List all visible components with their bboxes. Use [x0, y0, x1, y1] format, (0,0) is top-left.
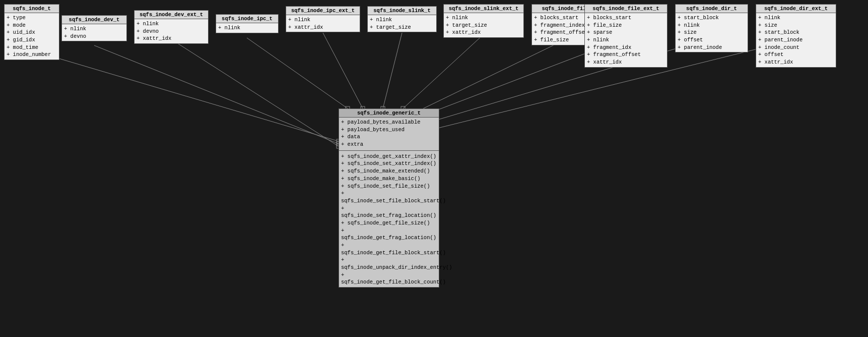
box-fields-sqfs_inode_generic_t: + payload_bytes_available+ payload_bytes… [339, 118, 439, 149]
box-title-sqfs_inode_ipc_ext_t: sqfs_inode_ipc_ext_t [286, 7, 360, 15]
field-item: + inode_count [758, 44, 834, 51]
box-title-sqfs_inode_dev_t: sqfs_inode_dev_t [62, 16, 126, 24]
box-title-sqfs_inode_t: sqfs_inode_t [5, 5, 59, 13]
method-item: + sqfs_inode_set_frag_location() [341, 205, 437, 219]
field-item: + xattr_idx [288, 24, 358, 31]
field-item: + fragment_idx [587, 44, 665, 51]
field-item: + xattr_idx [137, 35, 206, 42]
field-item: + uid_idx [7, 29, 57, 36]
field-item: + nlink [218, 24, 276, 32]
field-item: + target_size [370, 24, 434, 31]
method-item: + sqfs_inode_unpack_dir_index_entry() [341, 256, 437, 271]
diagram-container: sqfs_inode_t+ type+ mode+ uid_idx+ gid_i… [0, 0, 868, 337]
field-item: + start_block [678, 14, 746, 22]
field-item: + nlink [370, 16, 434, 24]
method-item: + sqfs_inode_get_file_block_start() [341, 242, 437, 256]
uml-box-sqfs_inode_ipc_ext_t: sqfs_inode_ipc_ext_t+ nlink+ xattr_idx [286, 6, 360, 32]
field-item: + size [758, 22, 834, 29]
box-fields-sqfs_inode_dev_t: + nlink+ devno [62, 24, 126, 41]
field-item: + nlink [288, 16, 358, 24]
field-item: + extra [341, 141, 437, 148]
field-item: + nlink [64, 25, 124, 33]
field-item: + type [7, 14, 57, 22]
field-item: + nlink [678, 22, 746, 29]
svg-line-0 [32, 50, 339, 141]
field-item: + devno [64, 33, 124, 40]
field-item: + inode_number [7, 51, 57, 59]
method-item: + sqfs_inode_get_xattr_index() [341, 153, 437, 160]
field-item: + mod_time [7, 44, 57, 51]
uml-box-sqfs_inode_t: sqfs_inode_t+ type+ mode+ uid_idx+ gid_i… [4, 4, 59, 60]
method-item: + sqfs_inode_set_file_size() [341, 183, 437, 190]
uml-box-sqfs_inode_dev_ext_t: sqfs_inode_dev_ext_t+ nlink+ devno+ xatt… [134, 10, 209, 44]
field-item: + size [678, 29, 746, 36]
field-item: + file_size [587, 22, 665, 29]
field-item: + data [341, 133, 437, 141]
svg-line-6 [247, 38, 348, 108]
svg-line-18 [433, 38, 712, 121]
field-item: + start_block [758, 29, 834, 36]
svg-line-10 [383, 33, 402, 108]
field-item: + parent_inode [678, 44, 746, 51]
field-item: + xattr_idx [587, 59, 665, 66]
svg-line-14 [418, 38, 569, 111]
field-item: + mode [7, 22, 57, 29]
uml-box-sqfs_inode_dir_ext_t: sqfs_inode_dir_ext_t+ nlink+ size+ start… [756, 4, 836, 68]
method-item: + sqfs_inode_set_file_block_start() [341, 190, 437, 204]
uml-box-sqfs_inode_ipc_t: sqfs_inode_ipc_t+ nlink [216, 14, 279, 33]
field-item: + xattr_idx [446, 29, 521, 36]
field-item: + nlink [758, 14, 834, 22]
box-title-sqfs_inode_slink_t: sqfs_inode_slink_t [368, 7, 436, 15]
field-item: + payload_bytes_used [341, 126, 437, 134]
svg-line-2 [94, 45, 339, 144]
field-item: + blocks_start [587, 14, 665, 22]
box-fields-sqfs_inode_ipc_ext_t: + nlink+ xattr_idx [286, 15, 360, 32]
box-title-sqfs_inode_slink_ext_t: sqfs_inode_slink_ext_t [444, 5, 523, 13]
box-methods-sqfs_inode_generic_t: + sqfs_inode_get_xattr_index()+ sqfs_ino… [339, 152, 439, 287]
box-fields-sqfs_inode_slink_ext_t: + nlink+ target_size+ xattr_idx [444, 13, 523, 37]
method-item: + sqfs_inode_get_file_block_count() [341, 271, 437, 286]
field-item: + devno [137, 28, 206, 35]
box-title-sqfs_inode_dev_ext_t: sqfs_inode_dev_ext_t [135, 11, 208, 19]
box-title-sqfs_inode_file_ext_t: sqfs_inode_file_ext_t [585, 5, 667, 13]
box-title-sqfs_inode_dir_ext_t: sqfs_inode_dir_ext_t [756, 5, 836, 13]
box-title-sqfs_inode_ipc_t: sqfs_inode_ipc_t [216, 15, 278, 23]
field-item: + parent_inode [758, 36, 834, 44]
box-fields-sqfs_inode_t: + type+ mode+ uid_idx+ gid_idx+ mod_time… [5, 13, 59, 60]
method-item: + sqfs_inode_make_extended() [341, 167, 437, 175]
field-item: + target_size [446, 22, 521, 29]
uml-box-sqfs_inode_dir_t: sqfs_inode_dir_t+ start_block+ nlink+ si… [675, 4, 748, 52]
field-item: + nlink [446, 14, 521, 22]
box-fields-sqfs_inode_dir_ext_t: + nlink+ size+ start_block+ parent_inode… [756, 13, 836, 67]
method-item: + sqfs_inode_set_xattr_index() [341, 160, 437, 167]
svg-line-4 [171, 39, 339, 146]
box-fields-sqfs_inode_file_ext_t: + blocks_start+ file_size+ sparse+ nlink… [585, 13, 667, 67]
field-item: + offset [758, 51, 834, 59]
box-fields-sqfs_inode_ipc_t: + nlink [216, 23, 278, 33]
box-title-sqfs_inode_dir_t: sqfs_inode_dir_t [676, 5, 748, 13]
box-fields-sqfs_inode_dev_ext_t: + nlink+ devno+ xattr_idx [135, 19, 208, 43]
uml-box-sqfs_inode_dev_t: sqfs_inode_dev_t+ nlink+ devno [61, 15, 127, 41]
field-item: + gid_idx [7, 36, 57, 44]
field-item: + nlink [587, 36, 665, 44]
svg-line-8 [323, 33, 363, 108]
method-item: + sqfs_inode_get_frag_location() [341, 227, 437, 242]
field-item: + sparse [587, 29, 665, 36]
field-item: + payload_bytes_available [341, 119, 437, 126]
box-fields-sqfs_inode_slink_t: + nlink+ target_size [368, 15, 436, 32]
uml-box-sqfs_inode_file_ext_t: sqfs_inode_file_ext_t+ blocks_start+ fil… [584, 4, 667, 68]
method-item: + sqfs_inode_make_basic() [341, 175, 437, 183]
field-item: + xattr_idx [758, 59, 834, 66]
field-item: + fragment_offset [587, 51, 665, 59]
box-fields-sqfs_inode_dir_t: + start_block+ nlink+ size+ offset+ pare… [676, 13, 748, 52]
field-item: + offset [678, 36, 746, 44]
method-item: + sqfs_inode_get_file_size() [341, 219, 437, 227]
uml-box-sqfs_inode_slink_t: sqfs_inode_slink_t+ nlink+ target_size [367, 6, 437, 32]
svg-line-12 [403, 34, 484, 108]
box-title-sqfs_inode_generic_t: sqfs_inode_generic_t [339, 109, 439, 118]
uml-box-sqfs_inode_generic_t: sqfs_inode_generic_t+ payload_bytes_avai… [339, 108, 439, 288]
uml-box-sqfs_inode_slink_ext_t: sqfs_inode_slink_ext_t+ nlink+ target_si… [443, 4, 524, 38]
field-item: + nlink [137, 20, 206, 28]
